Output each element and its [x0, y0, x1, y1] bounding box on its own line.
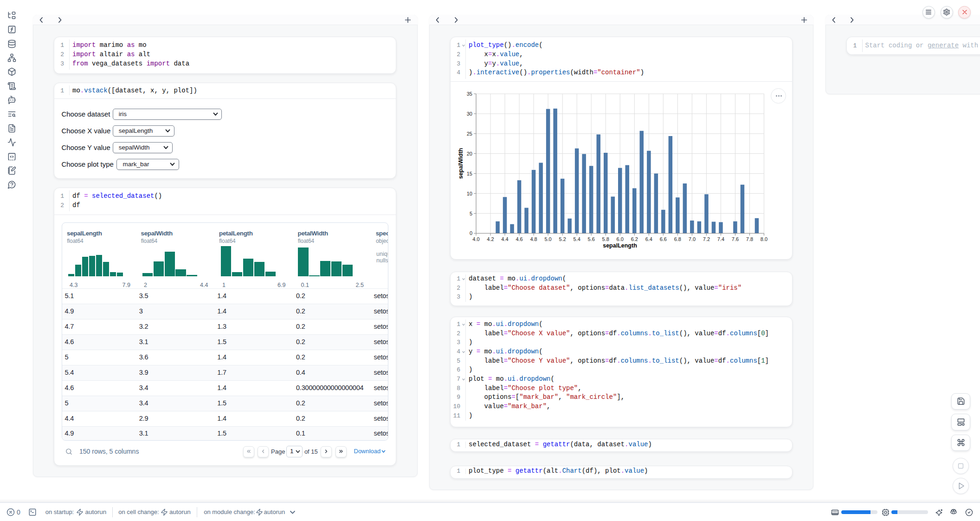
- svg-text:4.0: 4.0: [472, 236, 479, 242]
- svg-text:5.6: 5.6: [588, 236, 595, 242]
- svg-text:15: 15: [467, 171, 472, 176]
- svg-text:30: 30: [467, 111, 472, 117]
- svg-text:5.0: 5.0: [544, 236, 551, 242]
- svg-text:6.6: 6.6: [660, 236, 667, 242]
- svg-text:35: 35: [467, 91, 472, 97]
- svg-text:5.2: 5.2: [559, 236, 566, 242]
- svg-text:4.4: 4.4: [501, 236, 508, 242]
- svg-text:sepalLength: sepalLength: [603, 242, 637, 249]
- svg-text:6.8: 6.8: [674, 236, 681, 242]
- svg-text:4.6: 4.6: [516, 236, 522, 242]
- svg-text:5: 5: [470, 211, 472, 216]
- svg-text:4.8: 4.8: [530, 236, 537, 242]
- svg-text:7.0: 7.0: [689, 236, 696, 242]
- svg-text:sepalWidth: sepalWidth: [458, 148, 464, 179]
- svg-text:8.0: 8.0: [761, 236, 767, 242]
- svg-text:6.4: 6.4: [645, 236, 652, 242]
- svg-text:6.0: 6.0: [617, 236, 624, 242]
- svg-text:5.8: 5.8: [602, 236, 609, 242]
- svg-text:7.2: 7.2: [703, 236, 710, 242]
- svg-text:7.6: 7.6: [732, 236, 739, 242]
- svg-text:5.4: 5.4: [574, 236, 580, 242]
- svg-text:0: 0: [470, 230, 472, 236]
- svg-text:20: 20: [467, 151, 472, 156]
- svg-text:10: 10: [467, 191, 472, 196]
- svg-text:25: 25: [467, 131, 472, 137]
- svg-text:7.8: 7.8: [746, 236, 753, 242]
- svg-text:7.4: 7.4: [717, 236, 724, 242]
- svg-text:6.2: 6.2: [631, 236, 638, 242]
- svg-text:4.2: 4.2: [487, 236, 494, 242]
